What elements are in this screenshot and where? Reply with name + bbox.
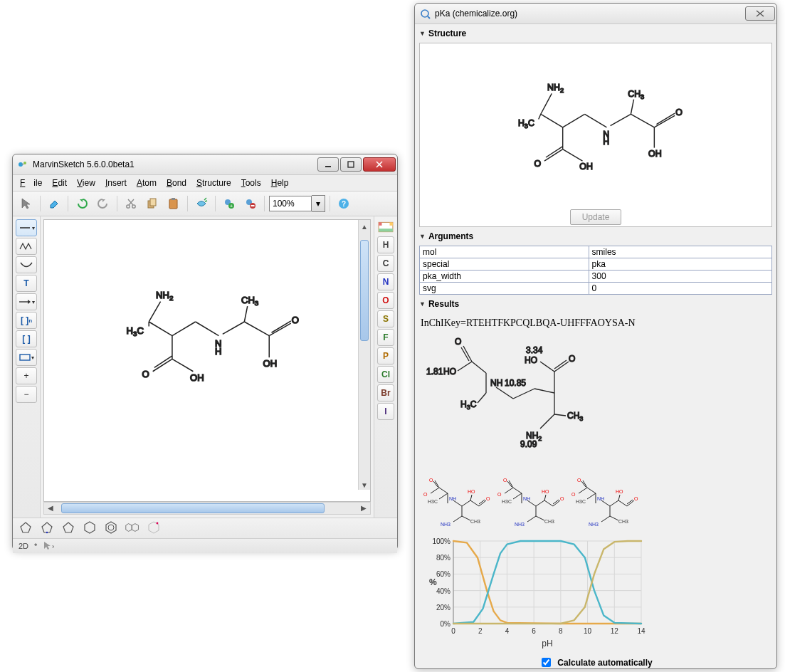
svg-rect-8	[150, 199, 156, 206]
svg-line-126	[470, 500, 479, 506]
svg-text:CH3: CH3	[470, 519, 480, 524]
canvas-hscroll[interactable]: ◀▶	[43, 502, 371, 515]
arg-row[interactable]: molsmiles	[420, 246, 772, 258]
svg-line-98	[554, 362, 569, 372]
svg-text:O: O	[569, 354, 575, 364]
bracket-n-tool[interactable]: [ ]n	[16, 312, 37, 329]
add-atom-icon[interactable]: +	[220, 194, 238, 213]
charge-minus-tool[interactable]: −	[16, 386, 37, 403]
tmpl-benzene-icon[interactable]	[104, 520, 118, 537]
atom-s-button[interactable]: S	[377, 310, 394, 327]
tmpl-cyclopentane-icon[interactable]	[19, 520, 33, 537]
svg-line-139	[505, 488, 513, 493]
svg-text:H3C: H3C	[428, 499, 438, 504]
update-button[interactable]: Update	[570, 209, 622, 225]
tmpl-pyrrole-icon[interactable]	[40, 520, 54, 537]
pka-titlebar[interactable]: pKa (chemicalize.org)	[415, 4, 776, 24]
svg-line-76	[631, 114, 654, 127]
marvin-canvas[interactable]: NH2 H3C N H CH3	[43, 219, 371, 502]
svg-text:NH: NH	[449, 496, 456, 501]
svg-line-63	[428, 16, 430, 19]
pka-title: pKa (chemicalize.org)	[435, 9, 745, 19]
arg-key: svg	[420, 283, 589, 295]
maximize-button[interactable]	[340, 157, 362, 172]
menu-help[interactable]: Help	[267, 177, 293, 189]
svg-text:CH3: CH3	[544, 519, 554, 524]
undo-icon[interactable]	[73, 194, 91, 213]
svg-point-52	[46, 531, 48, 532]
svg-marker-58	[132, 523, 138, 531]
atom-p-button[interactable]: P	[377, 347, 394, 364]
cut-icon[interactable]	[122, 194, 140, 213]
svg-rect-2	[21, 164, 24, 164]
auto-calc-checkbox[interactable]	[542, 658, 551, 667]
arc-tool[interactable]	[16, 256, 37, 273]
section-structure-header[interactable]: Structure	[419, 27, 772, 40]
svg-text:H3C: H3C	[518, 118, 534, 130]
erase-icon[interactable]	[45, 194, 63, 213]
canvas-vscroll[interactable]: ▲▼	[358, 220, 370, 490]
pka-close-button[interactable]	[745, 6, 775, 21]
paste-icon[interactable]	[164, 194, 183, 213]
bond-single-tool[interactable]: ▾	[16, 219, 37, 236]
section-results-header[interactable]: Results	[419, 298, 772, 310]
menu-bond[interactable]: Bond	[162, 177, 191, 189]
text-tool[interactable]: T	[16, 275, 37, 292]
atom-f-button[interactable]: F	[377, 329, 394, 346]
copy-icon[interactable]	[143, 194, 162, 213]
menu-structure[interactable]: Structure	[192, 177, 236, 189]
svg-line-125	[462, 500, 470, 506]
svg-text:O: O	[142, 369, 149, 379]
atom-i-button[interactable]: I	[377, 403, 394, 420]
section-arguments-header[interactable]: Arguments	[419, 230, 772, 243]
tmpl-naphthalene-icon[interactable]	[125, 520, 139, 537]
svg-line-36	[272, 321, 291, 332]
zoom-dropdown[interactable]: ▾	[312, 195, 325, 212]
arg-row[interactable]: specialpka	[420, 258, 772, 271]
bracket-tool[interactable]: [ ]	[16, 330, 37, 347]
redo-icon[interactable]	[94, 194, 112, 213]
tmpl-pentagon-icon[interactable]	[61, 520, 75, 537]
pka-window: pKa (chemicalize.org) Structure NH2 H3C …	[414, 3, 777, 669]
atom-h-button[interactable]: H	[377, 236, 394, 253]
chain-tool[interactable]	[16, 238, 37, 255]
menu-insert[interactable]: Insert	[101, 177, 131, 189]
atom-o-button[interactable]: O	[377, 292, 394, 309]
charge-plus-tool[interactable]: +	[16, 367, 37, 384]
atom-n-button[interactable]: N	[377, 273, 394, 290]
clean-icon[interactable]	[192, 194, 211, 213]
zoom-input[interactable]	[269, 196, 312, 211]
atom-c-button[interactable]: C	[377, 255, 394, 272]
menu-file[interactable]: File	[16, 177, 46, 189]
menu-edit[interactable]: Edit	[48, 177, 71, 189]
menu-tools[interactable]: Tools	[237, 177, 265, 189]
marvin-left-toolbar: ▾ T ▾ [ ]n [ ] ▾ + −	[13, 216, 41, 518]
help-icon[interactable]: ?	[334, 194, 353, 213]
menu-view[interactable]: View	[73, 177, 100, 189]
close-button[interactable]	[363, 157, 396, 172]
atom-cl-button[interactable]: Cl	[377, 366, 394, 383]
svg-line-148	[536, 500, 544, 506]
svg-line-109	[478, 393, 486, 403]
rect-tool[interactable]: ▾	[16, 349, 37, 366]
periodic-table-icon[interactable]	[378, 219, 394, 235]
svg-text:HO: HO	[443, 367, 456, 377]
arg-row[interactable]: pka_width300	[420, 271, 772, 283]
status-dirty: *	[34, 542, 37, 550]
atom-br-button[interactable]: Br	[377, 384, 394, 401]
tmpl-cyclohexane-icon[interactable]	[83, 520, 97, 537]
arrow-tool[interactable]: ▾	[16, 293, 37, 310]
tmpl-radical-icon[interactable]	[147, 520, 161, 537]
menu-atom[interactable]: Atom	[132, 177, 161, 189]
svg-line-67	[539, 114, 541, 119]
arg-row[interactable]: svg0	[420, 283, 772, 295]
svg-text:NH3: NH3	[515, 522, 525, 527]
svg-line-179	[610, 516, 618, 520]
svg-text:O: O	[429, 478, 433, 483]
svg-line-75	[631, 100, 633, 115]
remove-atom-icon[interactable]	[241, 194, 260, 213]
select-tool-icon[interactable]	[17, 194, 36, 213]
marvin-titlebar[interactable]: MarvinSketch 5.6.0.0beta1	[13, 154, 397, 175]
svg-line-137	[439, 493, 448, 499]
minimize-button[interactable]	[317, 157, 339, 172]
